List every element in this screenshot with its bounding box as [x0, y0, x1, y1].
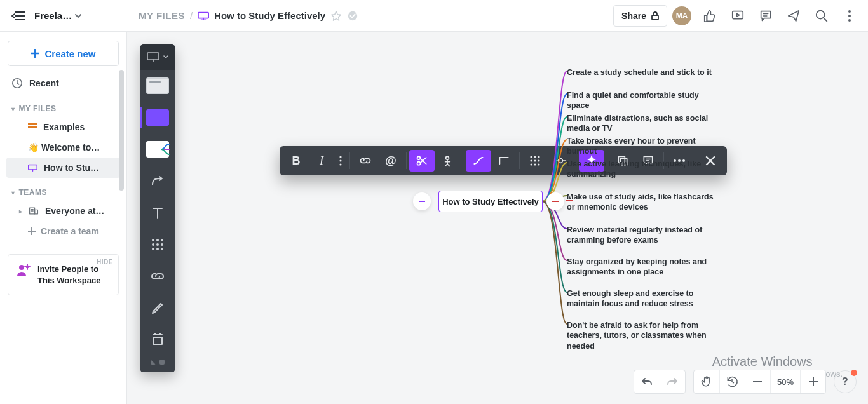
share-button[interactable]: Share [613, 5, 667, 27]
present-button[interactable] [724, 3, 751, 29]
svg-point-36 [19, 265, 24, 270]
svg-rect-26 [31, 126, 34, 128]
sidebar-scrollbar[interactable] [119, 70, 124, 191]
mindmap-center-node[interactable]: How to Study Effectively [438, 191, 543, 212]
zoom-level[interactable]: 50% [770, 370, 800, 393]
collapse-sidebar-button[interactable] [6, 4, 31, 28]
svg-rect-22 [28, 123, 31, 125]
mindmap-branch[interactable]: Eliminate distractions, such as social m… [567, 113, 719, 134]
mindmap-branch[interactable]: Take breaks every hour to prevent burnou… [567, 136, 719, 157]
share-label: Share [621, 11, 646, 21]
mindmap-branch[interactable]: Use active learning techniques, like sum… [567, 159, 719, 180]
mindmap-branch[interactable]: Stay organized by keeping notes and assi… [567, 257, 719, 278]
invite-hide[interactable]: HIDE [97, 259, 113, 266]
like-button[interactable] [696, 3, 723, 29]
zoom-in-button[interactable] [800, 370, 825, 393]
file-current[interactable]: How to Stu… [6, 158, 120, 178]
chevron-down-icon [74, 12, 82, 20]
chevron-right-icon: ▸ [19, 208, 22, 215]
mindmap-branch[interactable]: Get enough sleep and exercise to maintai… [567, 288, 719, 309]
sidebar: Create new Recent ▾ MY FILES Examples 👋 … [0, 32, 127, 404]
svg-point-18 [848, 19, 851, 22]
svg-rect-28 [29, 165, 37, 170]
section-myfiles[interactable]: ▾ MY FILES [0, 94, 126, 117]
svg-marker-6 [332, 11, 341, 20]
redo-button[interactable] [660, 370, 685, 393]
invite-people-icon [16, 264, 31, 276]
breadcrumb-separator: / [190, 10, 193, 21]
status-check-icon[interactable] [347, 10, 358, 22]
svg-rect-27 [34, 126, 37, 128]
svg-rect-8 [652, 15, 658, 20]
breadcrumb-title[interactable]: How to Study Effectively [214, 10, 325, 21]
svg-point-17 [848, 15, 851, 17]
svg-rect-3 [198, 12, 208, 18]
undo-redo-group [634, 370, 686, 394]
invite-card[interactable]: HIDE Invite People to This Workspace [8, 254, 119, 295]
help-button[interactable]: ? [834, 370, 857, 393]
topbar-right: Share MA [613, 3, 863, 29]
svg-marker-10 [736, 13, 740, 17]
team-everyone[interactable]: ▸ Everyone at… [0, 201, 126, 221]
create-new-button[interactable]: Create new [8, 41, 119, 66]
recent-label: Recent [29, 78, 59, 88]
chevron-down-icon: ▾ [11, 189, 15, 196]
workspace-name: Freela… [34, 10, 72, 21]
mindmap-branch[interactable]: Create a study schedule and stick to it [567, 67, 712, 77]
search-button[interactable] [808, 3, 835, 29]
zoom-out-button[interactable] [745, 370, 770, 393]
clock-icon [11, 77, 23, 89]
building-icon [29, 206, 39, 215]
mindmap-branch[interactable]: Review material regularly instead of cra… [567, 225, 719, 246]
mindmap-branch[interactable]: Find a quiet and comfortable study space [567, 90, 719, 111]
file-welcome[interactable]: 👋 Welcome to… [0, 137, 126, 158]
grid-icon [28, 123, 37, 131]
section-teams[interactable]: ▾ TEAMS [0, 178, 126, 201]
add-node-left[interactable] [413, 192, 431, 210]
workspace-selector[interactable]: Freela… [34, 10, 127, 21]
undo-button[interactable] [634, 370, 660, 393]
more-menu-button[interactable] [836, 3, 863, 29]
breadcrumb-root[interactable]: MY FILES [139, 10, 185, 21]
canvas[interactable]: B I @ How to Study Effectively Create a … [127, 32, 868, 404]
svg-rect-25 [28, 126, 31, 128]
recent-item[interactable]: Recent [0, 72, 126, 94]
add-node-right[interactable] [546, 192, 564, 210]
svg-rect-23 [31, 123, 34, 125]
send-button[interactable] [780, 3, 807, 29]
topbar-left: Freela… [0, 0, 127, 31]
mindmap-branch[interactable]: Don't be afraid to ask for help from tea… [567, 320, 719, 351]
file-examples[interactable]: Examples [0, 117, 126, 137]
svg-point-7 [348, 11, 357, 20]
svg-point-16 [848, 10, 851, 13]
watermark-title: Activate Windows [712, 354, 843, 369]
comments-button[interactable] [752, 3, 779, 29]
topbar: Freela… MY FILES / How to Study Effectiv… [0, 0, 868, 32]
mindmap-branch[interactable]: Make use of study aids, like flashcards … [567, 192, 719, 213]
lock-icon [651, 11, 659, 20]
svg-rect-31 [35, 210, 38, 213]
plus-icon [28, 227, 36, 235]
svg-rect-24 [34, 123, 37, 125]
breadcrumb: MY FILES / How to Study Effectively [139, 10, 358, 22]
view-controls: 50% [693, 370, 826, 394]
branch-connectors [127, 32, 868, 404]
history-button[interactable] [719, 370, 745, 393]
presentation-icon [28, 164, 37, 172]
pan-button[interactable] [694, 370, 719, 393]
avatar[interactable]: MA [672, 6, 691, 25]
plus-icon [31, 49, 39, 58]
chevron-down-icon: ▾ [11, 105, 15, 112]
svg-line-15 [824, 17, 827, 21]
invite-text: Invite People to This Workspace [37, 264, 111, 286]
star-icon[interactable] [330, 10, 342, 22]
create-team-button[interactable]: Create a team [0, 221, 126, 241]
bottom-controls: 50% ? [634, 370, 857, 394]
create-label: Create new [44, 48, 95, 59]
presentation-icon [198, 11, 209, 20]
